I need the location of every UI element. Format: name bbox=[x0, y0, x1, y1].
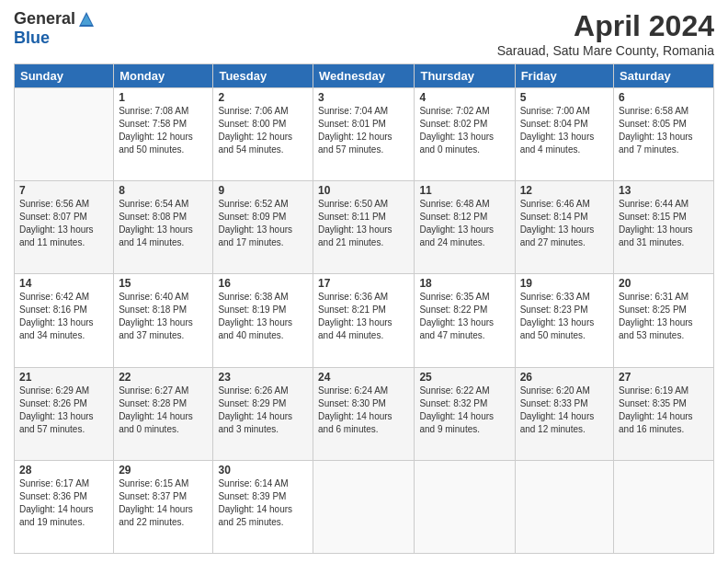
calendar-header-row: Sunday Monday Tuesday Wednesday Thursday… bbox=[15, 64, 714, 88]
day-number: 7 bbox=[19, 184, 108, 197]
day-info: Sunrise: 6:24 AMSunset: 8:30 PMDaylight:… bbox=[318, 385, 409, 436]
logo-general-text: General bbox=[14, 9, 75, 29]
day-number: 13 bbox=[619, 184, 709, 197]
day-info: Sunrise: 7:00 AMSunset: 8:04 PMDaylight:… bbox=[520, 105, 609, 156]
logo-icon bbox=[77, 10, 96, 29]
logo-blue-text: Blue bbox=[14, 29, 50, 48]
table-row: 9Sunrise: 6:52 AMSunset: 8:09 PMDaylight… bbox=[213, 181, 313, 274]
day-info: Sunrise: 6:22 AMSunset: 8:32 PMDaylight:… bbox=[419, 385, 509, 436]
day-info: Sunrise: 6:46 AMSunset: 8:14 PMDaylight:… bbox=[520, 198, 609, 249]
table-row: 13Sunrise: 6:44 AMSunset: 8:15 PMDayligh… bbox=[614, 181, 714, 274]
day-info: Sunrise: 6:38 AMSunset: 8:19 PMDaylight:… bbox=[218, 291, 308, 342]
day-number: 21 bbox=[19, 371, 108, 384]
day-info: Sunrise: 6:48 AMSunset: 8:12 PMDaylight:… bbox=[419, 198, 509, 249]
col-wednesday: Wednesday bbox=[313, 64, 415, 88]
calendar-week-row: 21Sunrise: 6:29 AMSunset: 8:26 PMDayligh… bbox=[15, 367, 714, 460]
calendar-week-row: 7Sunrise: 6:56 AMSunset: 8:07 PMDaylight… bbox=[15, 181, 714, 274]
table-row: 29Sunrise: 6:15 AMSunset: 8:37 PMDayligh… bbox=[114, 460, 213, 553]
table-row bbox=[515, 460, 613, 553]
header: General Blue April 2024 Sarauad, Satu Ma… bbox=[14, 9, 714, 58]
logo: General Blue bbox=[14, 9, 96, 48]
calendar: Sunday Monday Tuesday Wednesday Thursday… bbox=[14, 63, 714, 554]
day-number: 10 bbox=[318, 184, 409, 197]
day-info: Sunrise: 7:08 AMSunset: 7:58 PMDaylight:… bbox=[119, 105, 208, 156]
day-number: 5 bbox=[520, 91, 609, 104]
month-title: April 2024 bbox=[497, 9, 714, 43]
day-number: 6 bbox=[619, 91, 709, 104]
table-row: 23Sunrise: 6:26 AMSunset: 8:29 PMDayligh… bbox=[213, 367, 313, 460]
day-number: 30 bbox=[218, 464, 308, 477]
day-info: Sunrise: 7:06 AMSunset: 8:00 PMDaylight:… bbox=[218, 105, 308, 156]
table-row: 30Sunrise: 6:14 AMSunset: 8:39 PMDayligh… bbox=[213, 460, 313, 553]
calendar-week-row: 1Sunrise: 7:08 AMSunset: 7:58 PMDaylight… bbox=[15, 88, 714, 181]
day-number: 23 bbox=[218, 371, 308, 384]
day-info: Sunrise: 6:58 AMSunset: 8:05 PMDaylight:… bbox=[619, 105, 709, 156]
table-row: 12Sunrise: 6:46 AMSunset: 8:14 PMDayligh… bbox=[515, 181, 613, 274]
col-tuesday: Tuesday bbox=[213, 64, 313, 88]
day-number: 28 bbox=[19, 464, 108, 477]
day-number: 4 bbox=[419, 91, 509, 104]
table-row: 17Sunrise: 6:36 AMSunset: 8:21 PMDayligh… bbox=[313, 274, 415, 367]
table-row: 6Sunrise: 6:58 AMSunset: 8:05 PMDaylight… bbox=[614, 88, 714, 181]
day-number: 25 bbox=[419, 371, 509, 384]
day-number: 8 bbox=[119, 184, 208, 197]
day-info: Sunrise: 6:52 AMSunset: 8:09 PMDaylight:… bbox=[218, 198, 308, 249]
col-monday: Monday bbox=[114, 64, 213, 88]
table-row: 16Sunrise: 6:38 AMSunset: 8:19 PMDayligh… bbox=[213, 274, 313, 367]
table-row: 28Sunrise: 6:17 AMSunset: 8:36 PMDayligh… bbox=[15, 460, 114, 553]
day-number: 19 bbox=[520, 277, 609, 290]
table-row: 25Sunrise: 6:22 AMSunset: 8:32 PMDayligh… bbox=[415, 367, 515, 460]
day-number: 9 bbox=[218, 184, 308, 197]
day-info: Sunrise: 6:35 AMSunset: 8:22 PMDaylight:… bbox=[419, 291, 509, 342]
table-row bbox=[313, 460, 415, 553]
day-info: Sunrise: 6:31 AMSunset: 8:25 PMDaylight:… bbox=[619, 291, 709, 342]
title-block: April 2024 Sarauad, Satu Mare County, Ro… bbox=[497, 9, 714, 58]
table-row: 2Sunrise: 7:06 AMSunset: 8:00 PMDaylight… bbox=[213, 88, 313, 181]
day-number: 2 bbox=[218, 91, 308, 104]
col-saturday: Saturday bbox=[614, 64, 714, 88]
table-row: 24Sunrise: 6:24 AMSunset: 8:30 PMDayligh… bbox=[313, 367, 415, 460]
day-info: Sunrise: 6:42 AMSunset: 8:16 PMDaylight:… bbox=[19, 291, 108, 342]
subtitle: Sarauad, Satu Mare County, Romania bbox=[497, 43, 714, 58]
day-info: Sunrise: 7:04 AMSunset: 8:01 PMDaylight:… bbox=[318, 105, 409, 156]
day-number: 18 bbox=[419, 277, 509, 290]
table-row: 10Sunrise: 6:50 AMSunset: 8:11 PMDayligh… bbox=[313, 181, 415, 274]
table-row: 5Sunrise: 7:00 AMSunset: 8:04 PMDaylight… bbox=[515, 88, 613, 181]
table-row: 3Sunrise: 7:04 AMSunset: 8:01 PMDaylight… bbox=[313, 88, 415, 181]
day-info: Sunrise: 6:19 AMSunset: 8:35 PMDaylight:… bbox=[619, 385, 709, 436]
day-info: Sunrise: 6:20 AMSunset: 8:33 PMDaylight:… bbox=[520, 385, 609, 436]
day-info: Sunrise: 6:54 AMSunset: 8:08 PMDaylight:… bbox=[119, 198, 208, 249]
page: General Blue April 2024 Sarauad, Satu Ma… bbox=[0, 0, 728, 563]
table-row: 7Sunrise: 6:56 AMSunset: 8:07 PMDaylight… bbox=[15, 181, 114, 274]
calendar-week-row: 14Sunrise: 6:42 AMSunset: 8:16 PMDayligh… bbox=[15, 274, 714, 367]
table-row: 20Sunrise: 6:31 AMSunset: 8:25 PMDayligh… bbox=[614, 274, 714, 367]
col-friday: Friday bbox=[515, 64, 613, 88]
table-row: 14Sunrise: 6:42 AMSunset: 8:16 PMDayligh… bbox=[15, 274, 114, 367]
table-row: 21Sunrise: 6:29 AMSunset: 8:26 PMDayligh… bbox=[15, 367, 114, 460]
col-thursday: Thursday bbox=[415, 64, 515, 88]
day-info: Sunrise: 6:44 AMSunset: 8:15 PMDaylight:… bbox=[619, 198, 709, 249]
day-info: Sunrise: 6:17 AMSunset: 8:36 PMDaylight:… bbox=[19, 477, 108, 529]
day-number: 16 bbox=[218, 277, 308, 290]
day-number: 14 bbox=[19, 277, 108, 290]
table-row: 1Sunrise: 7:08 AMSunset: 7:58 PMDaylight… bbox=[114, 88, 213, 181]
day-info: Sunrise: 6:26 AMSunset: 8:29 PMDaylight:… bbox=[218, 385, 308, 436]
col-sunday: Sunday bbox=[15, 64, 114, 88]
calendar-week-row: 28Sunrise: 6:17 AMSunset: 8:36 PMDayligh… bbox=[15, 460, 714, 553]
day-info: Sunrise: 6:36 AMSunset: 8:21 PMDaylight:… bbox=[318, 291, 409, 342]
day-info: Sunrise: 6:33 AMSunset: 8:23 PMDaylight:… bbox=[520, 291, 609, 342]
day-info: Sunrise: 6:29 AMSunset: 8:26 PMDaylight:… bbox=[19, 385, 108, 436]
day-number: 24 bbox=[318, 371, 409, 384]
day-number: 22 bbox=[119, 371, 208, 384]
table-row bbox=[15, 88, 114, 181]
table-row: 19Sunrise: 6:33 AMSunset: 8:23 PMDayligh… bbox=[515, 274, 613, 367]
table-row: 8Sunrise: 6:54 AMSunset: 8:08 PMDaylight… bbox=[114, 181, 213, 274]
table-row: 4Sunrise: 7:02 AMSunset: 8:02 PMDaylight… bbox=[415, 88, 515, 181]
day-info: Sunrise: 7:02 AMSunset: 8:02 PMDaylight:… bbox=[419, 105, 509, 156]
table-row bbox=[415, 460, 515, 553]
day-info: Sunrise: 6:56 AMSunset: 8:07 PMDaylight:… bbox=[19, 198, 108, 249]
table-row: 22Sunrise: 6:27 AMSunset: 8:28 PMDayligh… bbox=[114, 367, 213, 460]
table-row: 27Sunrise: 6:19 AMSunset: 8:35 PMDayligh… bbox=[614, 367, 714, 460]
day-info: Sunrise: 6:14 AMSunset: 8:39 PMDaylight:… bbox=[218, 477, 308, 529]
day-number: 20 bbox=[619, 277, 709, 290]
